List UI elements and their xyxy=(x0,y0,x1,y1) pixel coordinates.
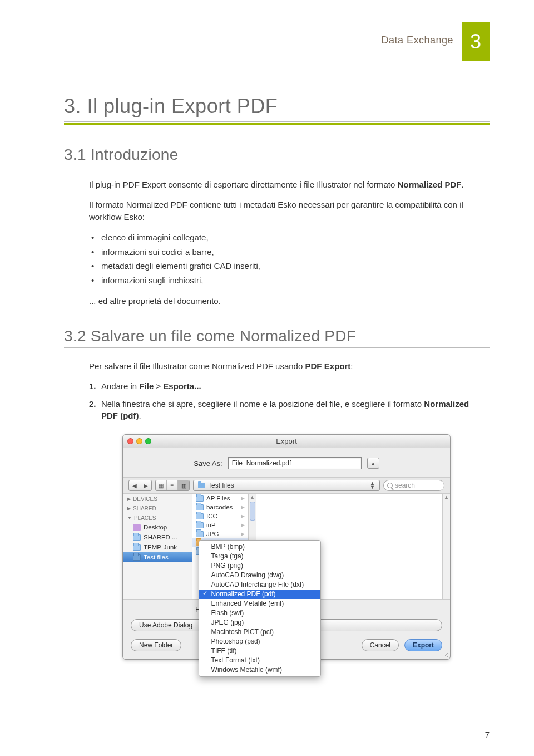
step-2: 2. Nella finestra che si apre, scegliere… xyxy=(89,398,484,423)
heading-2-intro: 3.1 Introduzione xyxy=(64,146,490,164)
paragraph: Per salvare il file Illustrator come Nor… xyxy=(89,360,484,372)
format-option[interactable]: Targa (tga) xyxy=(199,552,320,561)
format-option[interactable]: PNG (png) xyxy=(199,561,320,571)
format-dropdown-menu[interactable]: BMP (bmp) Targa (tga) PNG (png) AutoCAD … xyxy=(199,540,321,677)
expand-button[interactable]: ▲ xyxy=(367,458,379,469)
step-1: 1. Andare in File > Esporta... xyxy=(89,380,484,392)
format-option[interactable]: Macintosh PICT (pct) xyxy=(199,627,320,637)
format-option[interactable]: Enhanced Metafile (emf) xyxy=(199,599,320,608)
scroll-thumb[interactable] xyxy=(250,502,255,521)
sidebar-item-selected[interactable]: Test files xyxy=(123,552,192,562)
text: : xyxy=(350,361,353,371)
text: Per salvare il file Illustrator come Nor… xyxy=(89,361,305,371)
format-option[interactable]: BMP (bmp) xyxy=(199,542,320,552)
list-item[interactable]: AP Files▶ xyxy=(192,494,248,503)
new-folder-button[interactable]: New Folder xyxy=(131,639,181,651)
search-icon xyxy=(387,483,393,488)
heading-1: 3. Il plug-in Export PDF xyxy=(64,95,490,118)
bullet-item: metadati degli elementi grafici CAD inse… xyxy=(89,259,484,273)
cancel-button[interactable]: Cancel xyxy=(362,639,399,651)
paragraph: ... ed altre proprietà del documento. xyxy=(89,295,484,307)
sidebar-section-shared[interactable]: ▶SHARED xyxy=(123,503,192,513)
back-icon[interactable]: ◀ xyxy=(129,480,140,490)
folder-icon xyxy=(198,483,205,488)
dialog-titlebar: Export xyxy=(123,435,450,448)
text-bold: Normalized PDF xyxy=(397,180,461,189)
format-option-selected[interactable]: Normalized PDF (pdf) xyxy=(199,590,320,599)
text: Il plug-in PDF Export consente di esport… xyxy=(89,180,397,189)
format-option[interactable]: Windows Metafile (wmf) xyxy=(199,665,320,675)
path-folder-name: Test files xyxy=(208,482,234,489)
format-option[interactable]: TIFF (tif) xyxy=(199,646,320,656)
text: . xyxy=(461,180,463,189)
sidebar-item[interactable]: Desktop xyxy=(123,522,192,532)
bullet-item: informazioni sugli inchiostri, xyxy=(89,273,484,288)
folder-icon xyxy=(196,504,204,510)
column-view-icon[interactable]: ▥ xyxy=(178,480,189,490)
text: Nella finestra che si apre, scegliere il… xyxy=(101,399,424,409)
saveas-label: Save As: xyxy=(194,459,222,468)
search-input[interactable]: search xyxy=(383,480,444,491)
saveas-input[interactable]: File_Normalized.pdf xyxy=(228,457,362,469)
heading-2-rule xyxy=(64,347,490,348)
dialog-title: Export xyxy=(123,437,450,445)
path-popup[interactable]: Test files ▲▼ xyxy=(193,480,380,491)
page-header: Data Exchange 3 xyxy=(64,22,490,61)
text: Andare in xyxy=(101,381,139,391)
format-option[interactable]: Flash (swf) xyxy=(199,608,320,618)
doc-title: Data Exchange xyxy=(381,22,453,46)
list-view-icon[interactable]: ≡ xyxy=(167,480,178,490)
format-option[interactable]: JPEG (jpg) xyxy=(199,618,320,627)
icon-view-icon[interactable]: ▦ xyxy=(156,480,167,490)
format-option[interactable]: Text Format (txt) xyxy=(199,656,320,665)
chapter-badge: 3 xyxy=(462,22,490,61)
folder-icon xyxy=(196,513,204,519)
folder-icon xyxy=(196,531,204,537)
scrollbar[interactable]: ▲ xyxy=(442,494,450,599)
list-item[interactable]: inP▶ xyxy=(192,521,248,529)
saveas-value: File_Normalized.pdf xyxy=(232,459,291,467)
text-bold: File xyxy=(139,381,154,391)
paragraph: Il formato Normalized PDF contiene tutti… xyxy=(89,199,484,223)
desktop-icon xyxy=(133,524,141,531)
bullet-item: informazioni sui codici a barre, xyxy=(89,245,484,259)
nav-toolbar: ◀ ▶ ▦ ≡ ▥ Test files ▲▼ xyxy=(123,477,450,494)
sidebar: ▶DEVICES ▶SHARED ▼PLACES Desktop SHARED … xyxy=(123,494,192,599)
heading-2-save: 3.2 Salvare un file come Normalized PDF xyxy=(64,327,490,345)
view-mode-buttons[interactable]: ▦ ≡ ▥ xyxy=(155,480,190,491)
updown-icon: ▲▼ xyxy=(370,482,375,489)
folder-icon xyxy=(196,495,204,502)
export-button[interactable]: Export xyxy=(404,639,442,651)
list-item[interactable]: barcodes▶ xyxy=(192,503,248,512)
text: > xyxy=(154,381,163,391)
export-dialog: Export Save As: File_Normalized.pdf ▲ ◀ … xyxy=(122,434,451,660)
text-bold: Esporta... xyxy=(163,381,201,391)
format-option[interactable]: AutoCAD Interchange File (dxf) xyxy=(199,580,320,590)
list-item[interactable]: JPG▶ xyxy=(192,529,248,538)
folder-icon xyxy=(196,522,204,528)
format-option[interactable]: Photoshop (psd) xyxy=(199,637,320,646)
heading-2-rule xyxy=(64,166,490,166)
sidebar-section-devices[interactable]: ▶DEVICES xyxy=(123,494,192,503)
sidebar-item[interactable]: TEMP-Junk xyxy=(123,542,192,552)
folder-icon xyxy=(133,544,141,551)
list-item[interactable]: ICC▶ xyxy=(192,512,248,521)
sidebar-item[interactable]: SHARED ... xyxy=(123,532,192,542)
text: . xyxy=(139,411,141,420)
forward-icon[interactable]: ▶ xyxy=(140,480,151,490)
format-option[interactable]: AutoCAD Drawing (dwg) xyxy=(199,571,320,580)
paragraph: Il plug-in PDF Export consente di esport… xyxy=(89,179,484,191)
bullet-list: elenco di immagini collegate, informazio… xyxy=(89,230,484,287)
sidebar-section-places[interactable]: ▼PLACES xyxy=(123,513,192,522)
resize-grip-icon[interactable] xyxy=(442,651,448,657)
text-bold: PDF Export xyxy=(305,361,350,371)
heading-1-rule xyxy=(64,121,490,125)
back-forward-buttons[interactable]: ◀ ▶ xyxy=(128,480,152,491)
page-number: 7 xyxy=(485,730,490,739)
format-row: Forma BMP (bmp) Targa (tga) PNG (png) Au… xyxy=(123,600,450,619)
bullet-item: elenco di immagini collegate, xyxy=(89,230,484,245)
folder-icon xyxy=(133,534,141,541)
folder-icon xyxy=(133,554,141,561)
search-placeholder: search xyxy=(395,482,415,489)
